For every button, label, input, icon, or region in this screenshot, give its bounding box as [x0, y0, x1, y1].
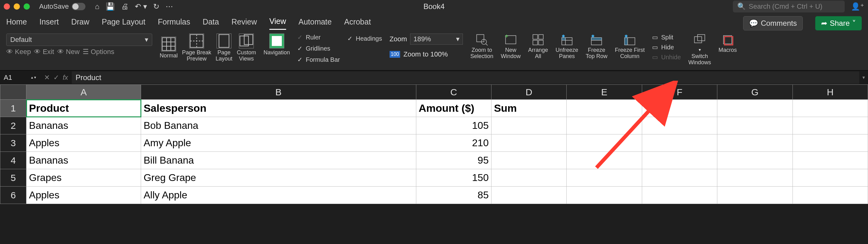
autosave-toggle[interactable]: [72, 3, 86, 10]
cell[interactable]: 210: [416, 134, 491, 152]
redo-icon[interactable]: ↻: [153, 2, 159, 11]
unfreeze-panes-button[interactable]: ✱Unfreeze Panes: [555, 34, 578, 60]
save-icon[interactable]: 💾: [105, 2, 115, 11]
new-button[interactable]: 👁 New: [57, 48, 80, 56]
cell[interactable]: [642, 169, 717, 186]
column-header-a[interactable]: A: [26, 85, 141, 100]
page-layout-button[interactable]: Page Layout: [216, 34, 232, 62]
cell[interactable]: Ally Apple: [141, 186, 416, 204]
cell[interactable]: [793, 117, 868, 134]
cell[interactable]: [793, 169, 868, 186]
column-header-e[interactable]: E: [567, 85, 642, 100]
column-header-b[interactable]: B: [141, 85, 416, 100]
comments-button[interactable]: 💬Comments: [743, 16, 803, 30]
cell[interactable]: [717, 117, 793, 134]
custom-views-button[interactable]: Custom Views: [237, 34, 256, 62]
cell[interactable]: [491, 169, 566, 186]
cell[interactable]: [567, 117, 642, 134]
navigation-button[interactable]: Navigation: [264, 34, 290, 56]
column-header-h[interactable]: H: [793, 85, 868, 100]
cell[interactable]: Sum: [491, 100, 566, 117]
cell[interactable]: [491, 152, 566, 169]
maximize-window-icon[interactable]: [24, 3, 30, 10]
share-button[interactable]: ➦Share ˅: [815, 16, 862, 30]
hide-button[interactable]: ▭Hide: [652, 43, 681, 51]
cell[interactable]: [567, 169, 642, 186]
headings-checkbox[interactable]: ✓Headings: [347, 34, 382, 42]
cancel-icon[interactable]: ✕: [44, 74, 50, 82]
cell[interactable]: [567, 152, 642, 169]
cell[interactable]: [717, 169, 793, 186]
cell[interactable]: 150: [416, 169, 491, 186]
cell[interactable]: [567, 134, 642, 152]
cell[interactable]: 105: [416, 117, 491, 134]
print-icon[interactable]: 🖨: [121, 2, 129, 11]
tab-page-layout[interactable]: Page Layout: [102, 18, 145, 30]
formula-input[interactable]: Product: [72, 71, 859, 84]
cell[interactable]: [642, 117, 717, 134]
row-header[interactable]: 1: [0, 100, 26, 117]
ruler-checkbox[interactable]: ✓Ruler: [297, 34, 340, 41]
cell[interactable]: Amy Apple: [141, 134, 416, 152]
cell[interactable]: [642, 134, 717, 152]
page-break-button[interactable]: Page Break Preview: [182, 34, 211, 62]
name-box[interactable]: A1▲▼: [0, 72, 40, 83]
unhide-button[interactable]: ▭Unhide: [652, 54, 681, 61]
column-header-g[interactable]: G: [717, 85, 793, 100]
cell[interactable]: 85: [416, 186, 491, 204]
cell[interactable]: [793, 186, 868, 204]
row-header[interactable]: 5: [0, 169, 26, 186]
stepper-icon[interactable]: ▲▼: [30, 76, 37, 79]
normal-view-button[interactable]: Normal: [160, 37, 178, 59]
cell[interactable]: [642, 186, 717, 204]
row-header[interactable]: 3: [0, 134, 26, 152]
cell[interactable]: [567, 186, 642, 204]
select-all-corner[interactable]: [0, 85, 26, 100]
cell[interactable]: Greg Grape: [141, 169, 416, 186]
tab-data[interactable]: Data: [203, 18, 219, 30]
cell[interactable]: Bananas: [26, 152, 141, 169]
cell[interactable]: [491, 186, 566, 204]
tab-automate[interactable]: Automate: [299, 18, 332, 30]
cell[interactable]: [567, 100, 642, 117]
cell[interactable]: [717, 134, 793, 152]
zoom-to-selection-button[interactable]: Zoom to Selection: [470, 34, 493, 60]
confirm-icon[interactable]: ✓: [54, 74, 59, 82]
cell[interactable]: [717, 152, 793, 169]
options-button[interactable]: ☰ Options: [83, 48, 114, 56]
cell[interactable]: Bill Banana: [141, 152, 416, 169]
cell[interactable]: Amount ($): [416, 100, 491, 117]
freeze-top-row-button[interactable]: ✱Freeze Top Row: [586, 34, 607, 60]
undo-icon[interactable]: ↶ ▾: [135, 2, 147, 11]
row-header[interactable]: 4: [0, 152, 26, 169]
cell[interactable]: [793, 152, 868, 169]
cell[interactable]: Bananas: [26, 117, 141, 134]
cell[interactable]: Bob Banana: [141, 117, 416, 134]
cell[interactable]: Apples: [26, 186, 141, 204]
sheet-view-select[interactable]: Default▾: [6, 34, 152, 46]
cell[interactable]: [793, 100, 868, 117]
row-header[interactable]: 6: [0, 186, 26, 204]
tab-acrobat[interactable]: Acrobat: [344, 18, 371, 30]
gridlines-checkbox[interactable]: ✓Gridlines: [297, 45, 340, 52]
expand-formula-icon[interactable]: ▾: [859, 74, 868, 80]
cell[interactable]: [717, 186, 793, 204]
tab-formulas[interactable]: Formulas: [158, 18, 190, 30]
macros-button[interactable]: Macros: [719, 34, 737, 54]
cell[interactable]: [793, 134, 868, 152]
cell[interactable]: Grapes: [26, 169, 141, 186]
home-icon[interactable]: ⌂: [95, 2, 99, 11]
column-header-d[interactable]: D: [491, 85, 566, 100]
arrange-all-button[interactable]: Arrange All: [528, 34, 548, 60]
cell[interactable]: [642, 100, 717, 117]
zoom-input[interactable]: 189%▾: [410, 34, 463, 45]
more-icon[interactable]: ⋯: [165, 2, 173, 11]
tab-view[interactable]: View: [269, 17, 286, 30]
cell[interactable]: [717, 100, 793, 117]
freeze-first-column-button[interactable]: ✱Freeze First Column: [615, 34, 645, 60]
tab-home[interactable]: Home: [6, 18, 27, 30]
search-input[interactable]: 🔍 Search (Cmd + Ctrl + U): [733, 1, 845, 12]
zoom-100-button[interactable]: 100Zoom to 100%: [390, 50, 463, 58]
formula-bar-checkbox[interactable]: ✓Formula Bar: [297, 56, 340, 63]
tab-review[interactable]: Review: [231, 18, 257, 30]
